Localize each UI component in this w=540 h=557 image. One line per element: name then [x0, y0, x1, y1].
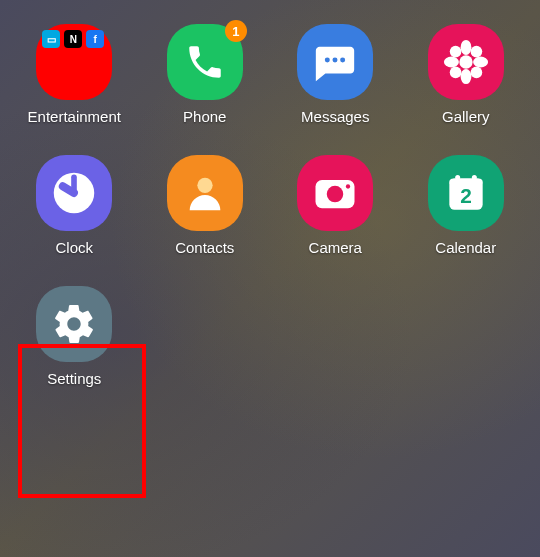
folder-mini-prime: ▭: [42, 30, 60, 48]
app-gallery[interactable]: Gallery: [416, 24, 516, 125]
app-grid: ▭ N f Entertainment 1 Phone Messages Gal…: [0, 0, 540, 411]
app-label: Contacts: [175, 239, 234, 256]
app-contacts[interactable]: Contacts: [155, 155, 255, 256]
messages-icon: [297, 24, 373, 100]
gallery-icon: [428, 24, 504, 100]
svg-point-5: [460, 69, 471, 84]
svg-point-0: [325, 58, 330, 63]
app-label: Gallery: [442, 108, 490, 125]
svg-point-2: [340, 58, 345, 63]
app-messages[interactable]: Messages: [285, 24, 385, 125]
app-label: Phone: [183, 108, 226, 125]
app-phone[interactable]: 1 Phone: [155, 24, 255, 125]
app-label: Clock: [55, 239, 93, 256]
svg-text:2: 2: [460, 184, 472, 207]
app-clock[interactable]: Clock: [24, 155, 124, 256]
svg-point-1: [333, 58, 338, 63]
app-label: Entertainment: [28, 108, 121, 125]
svg-point-7: [473, 57, 488, 68]
svg-point-20: [472, 175, 477, 180]
app-label: Calendar: [435, 239, 496, 256]
calendar-icon: 2: [428, 155, 504, 231]
svg-point-16: [346, 184, 350, 188]
svg-point-4: [460, 40, 471, 55]
folder-mini-netflix: N: [64, 30, 82, 48]
notification-badge: 1: [225, 20, 247, 42]
app-label: Settings: [47, 370, 101, 387]
contacts-icon: [167, 155, 243, 231]
app-label: Messages: [301, 108, 369, 125]
clock-icon: [36, 155, 112, 231]
camera-icon: [297, 155, 373, 231]
app-label: Camera: [309, 239, 362, 256]
svg-point-19: [455, 175, 460, 180]
phone-icon: 1: [167, 24, 243, 100]
settings-icon: [36, 286, 112, 362]
folder-mini-facebook: f: [86, 30, 104, 48]
app-settings[interactable]: Settings: [24, 286, 124, 387]
app-entertainment-folder[interactable]: ▭ N f Entertainment: [24, 24, 124, 125]
app-calendar[interactable]: 2 Calendar: [416, 155, 516, 256]
svg-point-6: [444, 57, 459, 68]
svg-point-3: [459, 55, 472, 68]
svg-point-15: [327, 186, 343, 202]
svg-point-13: [197, 178, 212, 193]
app-camera[interactable]: Camera: [285, 155, 385, 256]
folder-icon: ▭ N f: [36, 24, 112, 100]
